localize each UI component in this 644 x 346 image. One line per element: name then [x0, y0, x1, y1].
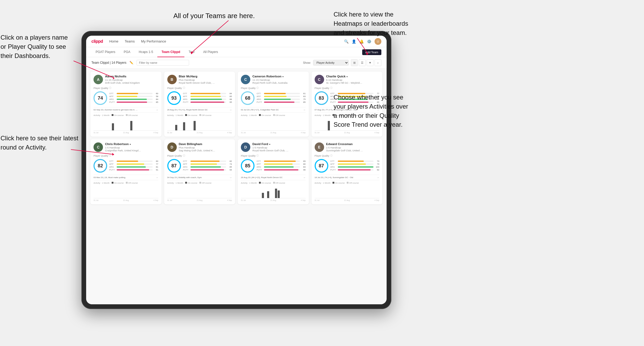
activity-label: Activity · 1 Month	[241, 114, 257, 116]
chart-dates: 31 Jul21 Aug4 Sep	[167, 132, 232, 134]
quality-circle[interactable]: 85	[241, 159, 255, 173]
player-club: Sag Maing Golf Club, United Kingdom	[179, 149, 216, 152]
annotation-teams: All of your Teams are here.	[173, 11, 255, 21]
add-team-button[interactable]: Add Team	[362, 49, 381, 55]
tab-pgat-players[interactable]: PGAT Players	[91, 47, 120, 57]
bell-icon[interactable]: 🔔	[359, 39, 364, 44]
quality-circle[interactable]: 82	[94, 159, 107, 173]
round-arrow[interactable]: →	[303, 176, 306, 179]
tab-tour[interactable]: Tour	[184, 47, 199, 57]
quality-body[interactable]: 68 OTT 61 APP 63 ARG 75 PUTT 85	[241, 91, 306, 105]
latest-round[interactable]: 03 Mar 23 | 19, Must make putting →	[94, 175, 158, 180]
quality-circle[interactable]: 74	[94, 91, 107, 105]
search-icon[interactable]: 🔍	[344, 39, 349, 44]
player-card-4: C Chris Robertson ● 1-5 Handicap Craigmi…	[90, 139, 162, 204]
tab-hcaps[interactable]: Hcaps 1-5	[134, 47, 157, 57]
tab-pga[interactable]: PGA	[120, 47, 134, 57]
round-arrow[interactable]: →	[303, 108, 306, 111]
player-handicap: Plus Handicap	[179, 146, 232, 149]
quality-circle[interactable]: 93	[167, 91, 181, 105]
grid-view-button[interactable]: ⊞	[351, 59, 358, 66]
player-name[interactable]: David Ford ●	[252, 142, 306, 146]
tab-team-clippd[interactable]: Team Clippd	[157, 47, 184, 57]
player-header: E Edward Crossman 1-5 Handicap Sunningda…	[315, 142, 380, 152]
player-name[interactable]: Blair McHarg	[179, 75, 232, 78]
round-arrow[interactable]: →	[229, 108, 232, 111]
round-text: 26 Aug 23 | 73 (+1), Royal North Devon G…	[167, 109, 208, 111]
quality-body[interactable]: 82 OTT 60 APP 77 ARG 81 PUTT 91	[94, 159, 158, 173]
latest-round[interactable]: 02 Jul 23 | 59 (+17), Craigmillar Park G…	[241, 107, 306, 113]
quality-body[interactable]: 87 OTT 73 APP 79 ARG 103 PUTT 92	[315, 159, 380, 173]
quality-label: Player Quality ⓘ	[94, 154, 158, 157]
player-header: C Charlie Quick ● 6-10 Handicap St. Geor…	[315, 75, 380, 84]
activity-chart	[167, 185, 232, 198]
round-text: 26 Aug 23 | 84 (+12), Royal North Devon …	[241, 176, 283, 179]
person-icon[interactable]: 👤	[352, 39, 356, 44]
player-handicap: 11-15 Handicap	[252, 78, 306, 81]
quality-circle[interactable]: 68	[241, 91, 255, 105]
activity-label: Activity · 1 Month	[94, 114, 110, 116]
edit-icon[interactable]: ✏️	[129, 61, 133, 65]
quality-circle[interactable]: 87	[315, 159, 328, 173]
user-avatar[interactable]: U	[375, 38, 381, 45]
player-info: Edward Crossman 1-5 Handicap Sunningdale…	[326, 142, 380, 152]
activity-header: Activity · 1 Month On course Off course	[167, 182, 232, 184]
activity-chart	[241, 118, 306, 131]
filter-button[interactable]: ▼	[367, 59, 373, 66]
activity-header: Activity · 1 Month On course Off course	[94, 182, 158, 184]
player-club: Sunningdale Golf Club, United Kingdom	[326, 149, 363, 152]
activity-header: Activity · 1 Month On course Off course	[315, 182, 380, 184]
tab-all-players[interactable]: All Players	[199, 47, 222, 57]
player-name[interactable]: Chris Robertson ●	[105, 142, 158, 146]
quality-body[interactable]: 74 OTT 60 APP 58 ARG 84 PUTT 85	[94, 91, 158, 105]
activity-select[interactable]: Player Activity Quality Score Trend	[313, 60, 349, 66]
player-avatar: C	[315, 75, 324, 84]
activity-label: Activity · 1 Month	[167, 114, 183, 116]
nav-my-performance[interactable]: My Performance	[141, 38, 166, 44]
round-arrow[interactable]: →	[377, 176, 379, 179]
player-name[interactable]: Cameron Robertson ●	[252, 75, 306, 78]
latest-round[interactable]: 26 Aug 23 | 84 (+12), Royal North Devon …	[241, 175, 306, 180]
show-label: Show:	[303, 61, 311, 64]
quality-circle[interactable]: 87	[167, 159, 181, 173]
table-view-button[interactable]: ☰	[359, 59, 366, 66]
round-arrow[interactable]: →	[156, 108, 158, 111]
player-name[interactable]: Charlie Quick ●	[326, 75, 380, 78]
latest-round[interactable]: 04 Sep 23 | Mobility with coach, Gym →	[167, 175, 232, 180]
quality-label: Player Quality ⓘ	[167, 86, 232, 90]
chart-dates: 31 Jul21 Aug4 Sep	[241, 132, 306, 134]
activity-label: Activity · 1 Month	[315, 182, 331, 184]
player-name[interactable]: Edward Crossman	[326, 142, 380, 146]
latest-round[interactable]: 02 Sep 23 | Sunrise round to get back in…	[94, 107, 158, 113]
player-avatar: C	[94, 142, 103, 152]
player-name[interactable]: Dave Billingham	[179, 142, 232, 146]
quality-stats: OTT 82 APP 74 ARG 85 PUTT 94	[183, 160, 232, 172]
player-handicap: 6-10 Handicap	[326, 78, 380, 81]
nav-teams[interactable]: Teams	[125, 38, 135, 44]
sort-button[interactable]: ↕	[375, 59, 381, 66]
player-avatar: C	[241, 75, 250, 84]
latest-round[interactable]: 18 Jul 23 | 74 (+4), Sunningdale GC - Ol…	[315, 175, 380, 180]
quality-stats: OTT 89 APP 80 ARG 83 PUTT 96	[257, 160, 306, 172]
player-name[interactable]: Aaron Nicholls	[105, 75, 158, 78]
off-course-legend: Off course	[126, 114, 138, 116]
quality-body[interactable]: 85 OTT 89 APP 80 ARG 83 PUTT 96	[241, 159, 306, 173]
quality-label: Player Quality ⓘ	[167, 154, 232, 157]
verified-badge: ●	[269, 143, 270, 146]
quality-circle[interactable]: 83	[315, 91, 328, 105]
round-arrow[interactable]: →	[156, 176, 158, 179]
activity-chart	[167, 118, 232, 131]
nav-icons: 🔍 👤 🔔 ⚙️ U	[344, 38, 381, 45]
quality-body[interactable]: 87 OTT 82 APP 74 ARG 85 PUTT 94	[167, 159, 232, 173]
round-arrow[interactable]: →	[229, 176, 232, 179]
settings-icon[interactable]: ⚙️	[367, 39, 371, 44]
latest-round[interactable]: 26 Aug 23 | 73 (+1), Royal North Devon G…	[167, 107, 232, 113]
chart-dates: 31 Jul21 Aug4 Sep	[315, 132, 380, 134]
player-club: Craigmillar Park, United Kingdom	[105, 149, 142, 152]
activity-label: Activity · 1 Month	[315, 114, 331, 116]
nav-home[interactable]: Home	[109, 38, 118, 44]
quality-body[interactable]: 93 OTT 84 APP 85 ARG 88 PUTT 95	[167, 91, 232, 105]
player-avatar: B	[167, 75, 177, 84]
search-input[interactable]	[137, 60, 189, 66]
player-handicap: 1-5 Handicap	[252, 146, 306, 149]
